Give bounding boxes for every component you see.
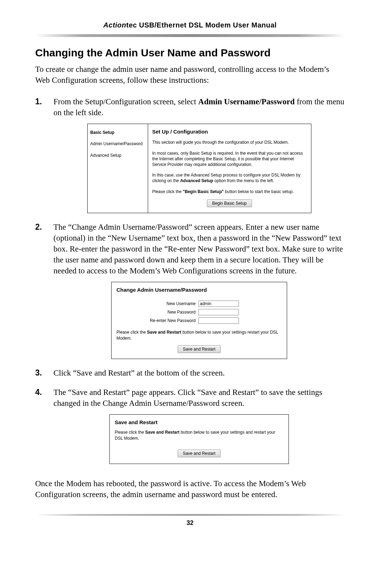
begin-basic-setup-button[interactable]: Begin Basic Setup [207,199,252,207]
save-restart-note-pre: Please click the [115,430,145,435]
setup-main: Set Up / Configuration This section will… [148,124,311,213]
step-4-text: The “Save and Restart” page appears. Cli… [53,388,322,408]
step-2-text: The “Change Admin Username/Password” scr… [53,223,343,275]
save-and-restart-button-2[interactable]: Save and Restart [178,450,221,457]
setup-p4-post: button below to start the basic setup. [224,189,294,194]
closing-paragraph: Once the Modem has rebooted, the passwor… [35,478,345,500]
step-4: The “Save and Restart” page appears. Cli… [35,387,345,464]
change-admin-note: Please click the Save and Restart button… [116,329,282,341]
setup-sidebar: Basic Setup Admin Username/Password Adva… [88,124,148,213]
intro-paragraph: To create or change the admin user name … [35,64,345,86]
label-new-password: New Password [116,309,198,315]
save-restart-note: Please click the Save and Restart button… [115,429,284,441]
setup-p3: In this case, use the Advanced Setup pro… [152,172,307,184]
sidebar-item-advanced-setup[interactable]: Advanced Setup [90,153,145,158]
save-and-restart-button-1[interactable]: Save and Restart [178,345,221,353]
running-head-title: USB/Ethernet DSL Modem User Manual [137,21,277,29]
setup-p4: Please click the "Begin Basic Setup" but… [152,189,307,194]
sidebar-item-admin-userpass[interactable]: Admin Username/Password [90,141,145,147]
setup-p3-post: option from the menu to the left. [213,178,274,183]
setup-config-panel: Basic Setup Admin Username/Password Adva… [87,124,311,213]
page-number: 32 [35,519,345,527]
change-admin-title: Change Admin Username/Password [116,286,282,293]
step-1-pre: From the Setup/Configuration screen, sel… [53,97,198,106]
setup-p4-pre: Please click the [152,189,183,194]
row-reenter-password: Re-enter New Password [116,317,282,324]
step-3-text: Click “Save and Restart” at the bottom o… [53,369,225,377]
setup-p1: This section will guide you through the … [152,140,307,145]
step-1: From the Setup/Configuration screen, sel… [35,96,345,213]
label-reenter-password: Re-enter New Password [116,318,198,323]
footer-rule [35,514,345,516]
header-rule [35,34,345,37]
save-restart-title: Save and Restart [115,419,284,426]
step-3: Click “Save and Restart” at the bottom o… [35,367,345,378]
row-new-username: New Username [116,301,282,307]
save-restart-note-bold: Save and Restart [145,430,179,435]
change-admin-panel: Change Admin Username/Password New Usern… [111,282,287,359]
brand-rest: tec [126,21,137,29]
save-restart-panel: Save and Restart Please click the Save a… [109,414,289,464]
step-1-bold: Admin Username/Password [198,97,294,106]
label-new-username: New Username [116,301,198,307]
setup-p4-bold: "Begin Basic Setup" [183,189,224,194]
setup-p2: In most cases, only Basic Setup is requi… [152,150,307,168]
row-new-password: New Password [116,309,282,315]
change-admin-note-bold: Save and Restart [147,330,181,335]
running-head: Actiontec USB/Ethernet DSL Modem User Ma… [35,21,345,33]
sidebar-item-basic-setup[interactable]: Basic Setup [90,130,145,135]
setup-title: Set Up / Configuration [152,128,307,135]
input-new-password[interactable] [198,309,239,315]
step-2: The “Change Admin Username/Password” scr… [35,222,345,359]
input-new-username[interactable] [198,301,239,307]
section-title: Changing the Admin User Name and Passwor… [35,47,345,59]
setup-p3-bold: Advanced Setup [180,178,213,183]
brand-italic: Action [103,21,126,29]
input-reenter-password[interactable] [198,317,239,324]
change-admin-note-pre: Please click the [116,330,147,335]
